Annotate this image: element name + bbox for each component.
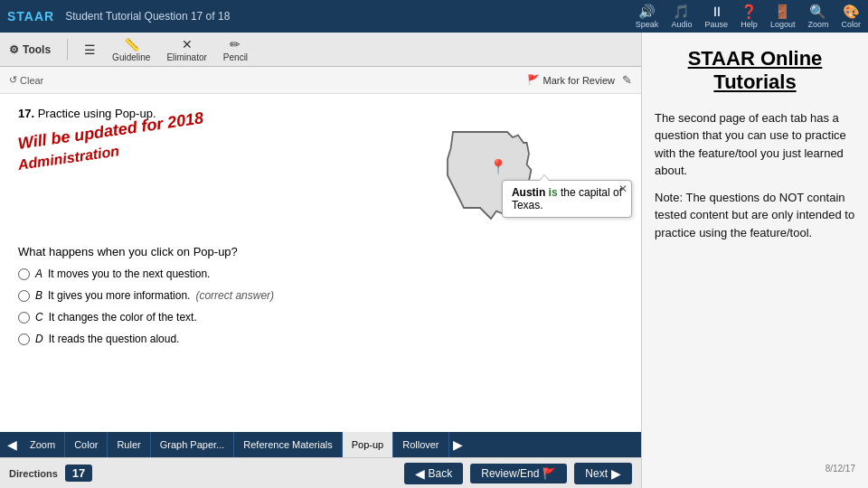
- question-number-badge: 17: [65, 465, 92, 482]
- bottom-tabs: ◀ Zoom Color Ruler Graph Paper... Refere…: [0, 432, 641, 457]
- exam-panel: ⚙ Tools ☰ 📏 Guideline ✕ Eliminator ✏ Pen…: [0, 33, 642, 488]
- option-c-letter: C: [35, 311, 43, 324]
- question-content: 17. Practice using Pop-up. Will be updat…: [0, 94, 641, 432]
- tabs-left-arrow[interactable]: ◀: [4, 437, 21, 452]
- flag-nav-icon: 🚩: [542, 467, 556, 480]
- tab-rollover[interactable]: Rollover: [393, 432, 448, 457]
- eliminator-tool[interactable]: ✕ Eliminator: [166, 37, 206, 62]
- option-a-letter: A: [35, 267, 42, 280]
- sidebar-para1: The second page of each tab has a questi…: [655, 109, 855, 180]
- back-button[interactable]: ◀ Back: [404, 463, 464, 484]
- next-button[interactable]: Next ▶: [574, 463, 632, 484]
- tools-label: ⚙ Tools: [9, 43, 51, 56]
- option-b: B It gives you more information. (correc…: [18, 289, 623, 302]
- clear-button[interactable]: ↺ Clear: [9, 74, 43, 86]
- main-layout: ⚙ Tools ☰ 📏 Guideline ✕ Eliminator ✏ Pen…: [0, 33, 868, 488]
- speak-button[interactable]: 🔊 Speak: [636, 4, 659, 29]
- top-bar-subtitle: Student Tutorial Question 17 of 18: [65, 10, 625, 23]
- tab-ruler[interactable]: Ruler: [108, 432, 150, 457]
- pause-label: Pause: [704, 20, 728, 29]
- zoom-icon: 🔍: [809, 4, 826, 20]
- sub-question: What happens when you click on Pop-up?: [18, 245, 623, 258]
- option-d: D It reads the question aloud.: [18, 333, 623, 345]
- speak-label: Speak: [636, 20, 659, 29]
- edit-icon[interactable]: ✎: [622, 73, 632, 87]
- sidebar-title: STAAR Online Tutorials: [655, 47, 855, 95]
- popup-close-button[interactable]: ✕: [618, 183, 627, 195]
- hamburger-icon: ☰: [84, 42, 96, 57]
- logout-label: Logout: [770, 20, 796, 29]
- tab-popup[interactable]: Pop-up: [343, 432, 393, 457]
- map-pin: 📍: [489, 158, 507, 175]
- zoom-button[interactable]: 🔍 Zoom: [807, 4, 828, 29]
- pause-icon: ⏸: [710, 4, 723, 20]
- tool-divider: [67, 39, 68, 61]
- option-a-text: It moves you to the next question.: [48, 267, 210, 280]
- audio-label: Audio: [671, 20, 692, 29]
- option-d-text: It reads the question aloud.: [49, 333, 180, 345]
- correct-note: (correct answer): [195, 289, 274, 302]
- popup-bubble: ✕ Austin is the capital ofTexas.: [502, 180, 632, 218]
- back-arrow-icon: ◀: [415, 466, 425, 481]
- staar-logo: STAAR: [7, 9, 54, 23]
- help-button[interactable]: ❓ Help: [741, 4, 758, 29]
- color-button[interactable]: 🎨 Color: [841, 4, 861, 29]
- help-label: Help: [741, 20, 758, 29]
- tab-color[interactable]: Color: [65, 432, 108, 457]
- option-b-text: It gives you more information.: [48, 289, 190, 302]
- help-icon: ❓: [741, 4, 758, 20]
- sidebar-panel: STAAR Online Tutorials The second page o…: [642, 33, 868, 488]
- option-d-letter: D: [35, 333, 43, 345]
- clear-icon: ↺: [9, 74, 17, 86]
- tab-graph-paper[interactable]: Graph Paper...: [151, 432, 235, 457]
- audio-button[interactable]: 🎵 Audio: [671, 4, 692, 29]
- zoom-label: Zoom: [807, 20, 828, 29]
- review-end-button[interactable]: Review/End 🚩: [470, 464, 567, 483]
- mark-for-review-button[interactable]: 🚩 Mark for Review: [527, 74, 615, 86]
- eliminator-icon: ✕: [182, 37, 193, 52]
- color-icon: 🎨: [843, 4, 860, 20]
- pause-button[interactable]: ⏸ Pause: [704, 4, 728, 29]
- option-a: A It moves you to the next question.: [18, 267, 623, 280]
- option-b-letter: B: [35, 289, 42, 302]
- directions-button[interactable]: Directions: [9, 468, 58, 479]
- logout-icon: 🚪: [774, 4, 791, 20]
- tools-bar: ⚙ Tools ☰ 📏 Guideline ✕ Eliminator ✏ Pen…: [0, 33, 641, 67]
- tabs-right-arrow[interactable]: ▶: [449, 437, 467, 452]
- sidebar-para2: Note: The questions do NOT contain teste…: [655, 189, 855, 242]
- question-toolbar: ↺ Clear 🚩 Mark for Review ✎: [0, 67, 641, 94]
- color-label: Color: [841, 20, 861, 29]
- next-arrow-icon: ▶: [611, 466, 621, 481]
- option-c: C It changes the color of the text.: [18, 311, 623, 324]
- flag-icon: 🚩: [527, 74, 540, 86]
- pencil-tool[interactable]: ✏ Pencil: [223, 37, 248, 62]
- radio-a[interactable]: [18, 268, 30, 280]
- pencil-icon: ✏: [230, 37, 241, 52]
- question-number: 17. Practice using Pop-up.: [18, 107, 623, 120]
- tab-zoom[interactable]: Zoom: [21, 432, 65, 457]
- radio-b[interactable]: [18, 290, 30, 302]
- nav-footer: Directions 17 ◀ Back Review/End 🚩 Next ▶: [0, 457, 641, 488]
- hamburger-tool[interactable]: ☰: [84, 42, 96, 57]
- tab-reference-materials[interactable]: Reference Materials: [234, 432, 342, 457]
- guideline-icon: 📏: [124, 37, 139, 52]
- guideline-tool[interactable]: 📏 Guideline: [112, 37, 150, 62]
- option-c-text: It changes the color of the text.: [49, 311, 197, 324]
- audio-icon: 🎵: [673, 4, 690, 20]
- speak-icon: 🔊: [638, 4, 656, 20]
- sidebar-date: 8/12/17: [655, 464, 855, 474]
- logout-button[interactable]: 🚪 Logout: [770, 4, 796, 29]
- top-bar: STAAR Student Tutorial Question 17 of 18…: [0, 0, 868, 33]
- top-bar-icons: 🔊 Speak 🎵 Audio ⏸ Pause ❓ Help 🚪 Logout …: [636, 4, 861, 29]
- popup-image-area: Will be updated for 2018 Administration …: [18, 126, 623, 234]
- radio-d[interactable]: [18, 333, 30, 345]
- radio-c[interactable]: [18, 312, 30, 324]
- popup-city: Austin: [512, 186, 545, 199]
- tools-icon: ⚙: [9, 43, 19, 56]
